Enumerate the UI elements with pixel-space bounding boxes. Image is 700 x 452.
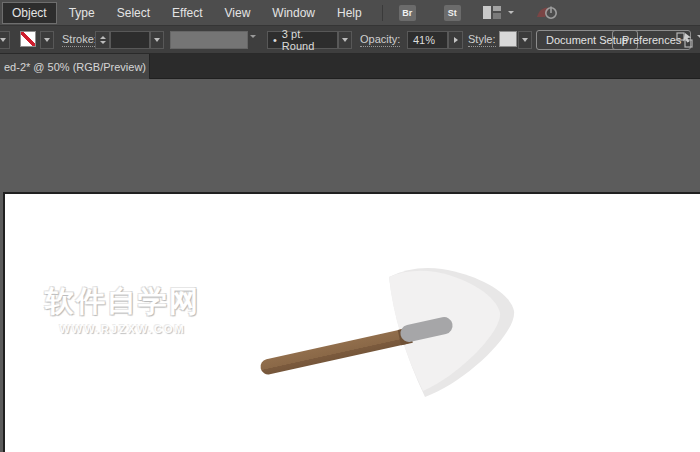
gpu-performance-icon bbox=[536, 4, 558, 21]
brush-bullet: • bbox=[273, 34, 277, 46]
artboard[interactable]: 软件自学网 WWW.RJZXW.COM bbox=[3, 192, 700, 452]
control-bar: Stroke: • 3 pt. Round Opacity: 41% Style… bbox=[0, 26, 700, 54]
menu-view[interactable]: View bbox=[215, 2, 261, 24]
menu-help[interactable]: Help bbox=[327, 2, 372, 24]
chevron-down-icon bbox=[0, 38, 6, 42]
stroke-weight-dropdown[interactable] bbox=[150, 31, 164, 49]
select-similar-icon bbox=[676, 32, 695, 48]
chevron-down-icon bbox=[250, 35, 256, 55]
style-dropdown[interactable] bbox=[518, 31, 532, 49]
shovel-graphic[interactable] bbox=[250, 248, 570, 420]
chevron-down-icon bbox=[508, 11, 514, 14]
style-swatch[interactable] bbox=[499, 31, 517, 47]
chevron-down-icon bbox=[154, 38, 160, 42]
stroke-weight-stepper[interactable] bbox=[95, 31, 110, 49]
workspace-icon bbox=[483, 6, 501, 19]
chevron-down-icon bbox=[100, 41, 106, 44]
opacity-field[interactable]: 41% bbox=[407, 31, 448, 49]
chevron-down-icon bbox=[522, 38, 528, 42]
document-tab-title: ed-2* @ 50% (RGB/Preview) bbox=[4, 61, 146, 73]
watermark-title: 软件自学网 bbox=[45, 282, 200, 322]
workspace-switcher-button[interactable] bbox=[483, 6, 514, 19]
menu-object[interactable]: Object bbox=[2, 2, 57, 24]
stock-button[interactable]: St bbox=[444, 5, 461, 21]
menu-select[interactable]: Select bbox=[107, 2, 160, 24]
anchor-options-dropdown[interactable] bbox=[0, 31, 10, 49]
style-panel-label[interactable]: Style: bbox=[468, 33, 496, 47]
width-profile-dropdown[interactable] bbox=[170, 31, 248, 49]
shovel-handle bbox=[259, 327, 414, 376]
menu-window[interactable]: Window bbox=[262, 2, 325, 24]
watermark: 软件自学网 WWW.RJZXW.COM bbox=[45, 282, 200, 335]
fill-dropdown[interactable] bbox=[40, 31, 54, 49]
chevron-up-icon bbox=[100, 36, 106, 39]
watermark-url: WWW.RJZXW.COM bbox=[45, 323, 200, 335]
pasteboard[interactable]: 软件自学网 WWW.RJZXW.COM bbox=[0, 79, 700, 452]
gpu-performance-button[interactable] bbox=[536, 4, 558, 21]
menu-separator bbox=[382, 5, 383, 21]
stroke-panel-label[interactable]: Stroke: bbox=[62, 33, 97, 47]
brush-definition-dropdown[interactable] bbox=[338, 31, 352, 49]
document-tab[interactable]: ed-2* @ 50% (RGB/Preview) × bbox=[0, 54, 150, 79]
opacity-panel-label[interactable]: Opacity: bbox=[360, 33, 400, 47]
document-tab-bar: ed-2* @ 50% (RGB/Preview) × bbox=[0, 54, 700, 79]
menu-bar: Object Type Select Effect View Window He… bbox=[0, 0, 700, 26]
fill-none-swatch[interactable] bbox=[20, 31, 36, 47]
stroke-weight-field[interactable] bbox=[110, 31, 150, 49]
chevron-down-icon bbox=[342, 38, 348, 42]
illustrator-window: Object Type Select Effect View Window He… bbox=[0, 0, 700, 452]
brush-definition-field[interactable]: • 3 pt. Round bbox=[267, 31, 338, 49]
bridge-button[interactable]: Br bbox=[399, 5, 416, 21]
brush-definition-value: 3 pt. Round bbox=[282, 28, 332, 52]
select-similar-button[interactable] bbox=[676, 32, 695, 52]
chevron-down-icon bbox=[44, 38, 50, 42]
chevron-right-icon bbox=[454, 37, 458, 43]
menu-effect[interactable]: Effect bbox=[162, 2, 212, 24]
menu-type[interactable]: Type bbox=[59, 2, 105, 24]
opacity-dropdown[interactable] bbox=[448, 31, 463, 49]
